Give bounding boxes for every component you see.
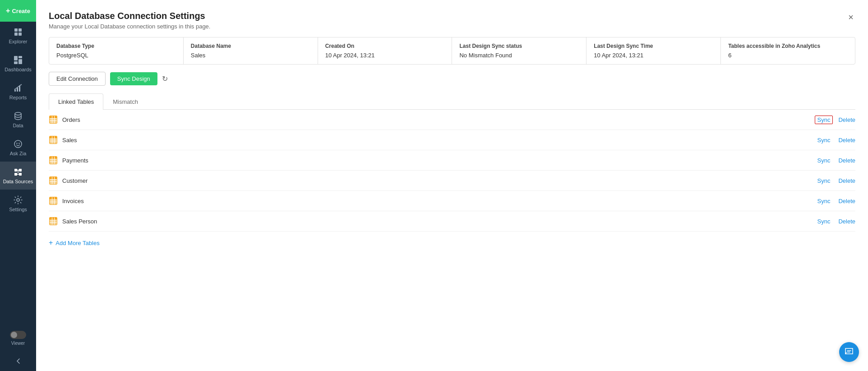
svg-rect-9 [17,88,18,92]
svg-rect-17 [14,173,17,176]
sidebar-item-label: Settings [9,207,27,212]
sidebar-item-label: Dashboards [5,67,31,72]
info-value-sync-time: 10 Apr 2024, 13:21 [594,52,713,59]
table-row: Payments Sync Delete [49,150,855,171]
svg-rect-16 [19,169,22,172]
create-button[interactable]: + Create [0,0,36,22]
create-label: Create [12,8,30,14]
table-icon-orders [49,115,58,124]
sync-sales-button[interactable]: Sync [815,136,833,144]
sidebar-item-settings[interactable]: Settings [0,190,36,218]
info-col-sync-status: Last Design Sync status No Mismatch Foun… [452,37,586,64]
svg-rect-1 [18,28,22,32]
info-col-created-on: Created On 10 Apr 2024, 13:21 [318,37,452,64]
add-plus-icon: + [49,239,53,247]
sidebar-item-label: Ask Zia [10,151,27,156]
add-more-tables-label: Add More Tables [55,240,99,246]
tab-mismatch[interactable]: Mismatch [103,93,148,110]
svg-rect-10 [19,86,20,92]
viewer-toggle[interactable]: Viewer [0,325,36,351]
table-actions-orders: Sync Delete [815,116,855,124]
table-icon-payments [49,156,58,165]
sync-sales-person-button[interactable]: Sync [815,217,833,226]
sync-invoices-button[interactable]: Sync [815,197,833,205]
info-label-accessible-tables: Tables accessible in Zoho Analytics [728,43,848,49]
sidebar-item-label: Reports [9,95,27,100]
sidebar-item-dashboards[interactable]: Dashboards [0,50,36,78]
svg-rect-4 [14,56,18,60]
table-icon-customer [49,176,58,185]
collapse-sidebar-button[interactable] [0,351,36,371]
info-value-db-type: PostgreSQL [56,52,176,59]
reports-icon [13,83,23,93]
table-row: Invoices Sync Delete [49,191,855,211]
delete-sales-person-button[interactable]: Delete [838,218,855,225]
delete-orders-button[interactable]: Delete [838,116,855,123]
delete-payments-button[interactable]: Delete [838,157,855,164]
svg-rect-0 [14,28,18,32]
dashboards-icon [13,55,23,65]
sidebar-item-label: Data [13,123,23,128]
info-value-sync-status: No Mismatch Found [459,52,579,59]
tabs-container: Linked Tables Mismatch [49,93,855,110]
svg-rect-5 [18,56,22,58]
chat-bubble-button[interactable] [839,342,859,362]
settings-icon [13,195,23,205]
delete-sales-button[interactable]: Delete [838,137,855,144]
toggle-knob [11,332,17,338]
svg-rect-18 [19,173,22,176]
tab-linked-tables[interactable]: Linked Tables [49,93,103,110]
toggle-switch[interactable] [10,331,26,339]
svg-point-12 [14,140,22,148]
edit-connection-button[interactable]: Edit Connection [49,72,106,86]
info-label-db-type: Database Type [56,43,176,49]
datasources-icon [13,167,23,177]
close-button[interactable]: × [846,11,855,23]
table-name-invoices: Invoices [62,198,815,204]
delete-customer-button[interactable]: Delete [838,177,855,184]
sidebar-item-label: Data Sources [3,179,33,184]
sidebar-item-data[interactable]: Data [0,106,36,134]
info-col-db-name: Database Name Sales [184,37,318,64]
viewer-label: Viewer [11,341,25,346]
table-row: Sales Sync Delete [49,130,855,150]
table-name-payments: Payments [62,157,815,164]
info-value-accessible-tables: 6 [728,52,848,59]
info-value-created-on: 10 Apr 2024, 13:21 [325,52,445,59]
sync-orders-button[interactable]: Sync [815,116,833,124]
table-actions-payments: Sync Delete [815,156,855,165]
tab-mismatch-label: Mismatch [113,98,138,105]
delete-invoices-button[interactable]: Delete [838,198,855,204]
sidebar-item-data-sources[interactable]: Data Sources [0,162,36,190]
svg-point-13 [16,143,17,144]
modal-subtitle: Manage your Local Database connection se… [49,23,210,30]
sidebar: + Create Explorer Dashboards [0,0,36,371]
sync-payments-button[interactable]: Sync [815,156,833,165]
refresh-icon[interactable]: ↻ [162,74,168,83]
svg-rect-3 [18,32,22,36]
table-actions-sales-person: Sync Delete [815,217,855,226]
table-icon-sales [49,135,58,144]
info-col-accessible-tables: Tables accessible in Zoho Analytics 6 [721,37,855,64]
svg-point-22 [17,199,19,201]
sync-customer-button[interactable]: Sync [815,176,833,185]
table-name-orders: Orders [62,116,815,123]
add-more-tables-button[interactable]: + Add More Tables [49,232,855,254]
connection-info-table: Database Type PostgreSQL Database Name S… [49,37,855,65]
info-label-sync-time: Last Design Sync Time [594,43,713,49]
table-list: Orders Sync Delete Sales Sync Delete [36,110,868,371]
sidebar-item-label: Explorer [9,39,28,44]
sidebar-item-ask-zia[interactable]: Ask Zia [0,134,36,162]
sidebar-item-reports[interactable]: Reports [0,78,36,106]
modal-header: Local Database Connection Settings Manag… [36,0,868,37]
modal-title: Local Database Connection Settings [49,11,210,21]
sync-design-button[interactable]: Sync Design [110,72,157,85]
table-actions-customer: Sync Delete [815,176,855,185]
table-row: Customer Sync Delete [49,171,855,191]
main-content: Local Database Connection Settings Manag… [36,0,868,371]
plus-icon: + [6,7,10,15]
sidebar-item-explorer[interactable]: Explorer [0,22,36,50]
info-label-sync-status: Last Design Sync status [459,43,579,49]
explorer-icon [13,27,23,37]
info-col-sync-time: Last Design Sync Time 10 Apr 2024, 13:21 [586,37,721,64]
